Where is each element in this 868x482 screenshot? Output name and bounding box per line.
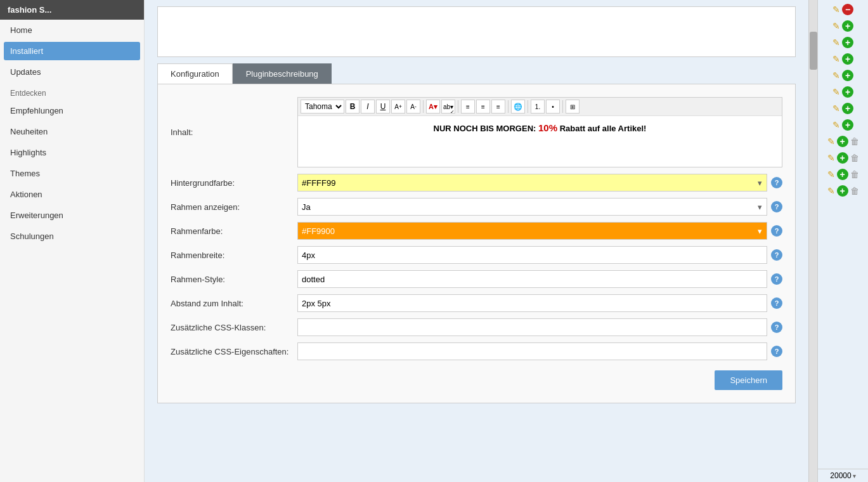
align-left-button[interactable]: ≡ [461,100,475,114]
hintergrundfarbe-info-icon[interactable]: ? [771,177,782,188]
bold-button[interactable]: B [346,100,360,114]
unordered-list-button[interactable]: • [546,100,560,114]
sidebar-item-empfehlungen[interactable]: Empfehlungen [0,100,144,121]
rahmen-anzeigen-info-icon[interactable]: ? [771,201,782,212]
inhalt-label: Inhalt: [171,127,297,137]
pencil-icon-4[interactable]: ✎ [832,54,840,64]
css-klassen-info-icon[interactable]: ? [771,322,782,333]
trash-icon-10[interactable]: 🗑 [850,153,859,163]
pencil-icon-8[interactable]: ✎ [832,120,840,130]
right-row-8: ✎ + [818,117,868,133]
editor-text-content: NUR NOCH BIS MORGEN: 10% Rabatt auf alle… [434,124,647,133]
plus-circle-icon-4[interactable]: + [842,53,853,65]
right-row-2: ✎ + [818,18,868,34]
plus-circle-icon-7[interactable]: + [842,103,853,114]
trash-icon-12[interactable]: 🗑 [850,186,859,196]
tabs-bar: Konfiguration Pluginbeschreibung [157,63,796,84]
pencil-icon-5[interactable]: ✎ [832,70,840,81]
css-eigenschaften-input[interactable] [297,342,767,360]
rahmen-style-row: Rahmen-Style: ? [171,270,782,288]
right-panel: ✎ − ✎ + ✎ + ✎ + ✎ + ✎ + ✎ + [817,0,868,482]
speichern-button[interactable]: Speichern [715,370,782,390]
rich-text-editor[interactable]: Tahoma B I U A+ A- A▾ ab▾ ≡ ≡ [297,97,782,167]
abstand-info-icon[interactable]: ? [771,297,782,309]
hintergrundfarbe-select-wrapper: #FFFF99 ▾ [297,174,767,192]
hintergrundfarbe-select[interactable]: #FFFF99 [297,174,767,192]
minus-circle-icon-1[interactable]: − [842,4,853,15]
table-button[interactable]: ⊞ [566,100,580,114]
rahmen-style-info-icon[interactable]: ? [771,273,782,285]
plus-circle-icon-10[interactable]: + [837,152,848,164]
rahmen-anzeigen-select[interactable]: Ja Nein [297,198,767,216]
rahmenfarbe-info-icon[interactable]: ? [771,225,782,237]
font-size-down-button[interactable]: A- [406,100,420,114]
pencil-icon-9[interactable]: ✎ [827,136,835,147]
right-row-5: ✎ + [818,67,868,84]
css-klassen-input[interactable] [297,318,767,336]
rahmenbreite-input[interactable] [297,246,767,264]
sidebar-item-themes[interactable]: Themes [0,163,144,184]
right-row-7: ✎ + [818,100,868,117]
separator-2 [458,100,458,113]
pencil-icon-3[interactable]: ✎ [832,37,840,48]
abstand-input[interactable] [297,294,767,312]
sidebar-item-updates[interactable]: Updates [0,62,144,82]
plus-circle-icon-5[interactable]: + [842,70,853,81]
tab-pluginbeschreibung[interactable]: Pluginbeschreibung [233,63,332,84]
css-eigenschaften-info-icon[interactable]: ? [771,346,782,357]
editor-text-bold: NUR NOCH BIS MORGEN: [434,124,536,133]
pencil-icon-7[interactable]: ✎ [832,103,840,114]
plus-circle-icon-8[interactable]: + [842,119,853,131]
scroll-thumb[interactable] [810,32,817,70]
pencil-icon-11[interactable]: ✎ [827,169,835,179]
scroll-indicator[interactable] [808,0,817,482]
separator-1 [423,100,424,113]
rahmenfarbe-select[interactable]: #FF9900 [297,222,767,240]
pencil-icon-12[interactable]: ✎ [827,186,835,196]
bottom-number-value: 20000 [830,471,851,480]
highlight-button[interactable]: ab▾ [441,100,455,114]
rahmenbreite-info-icon[interactable]: ? [771,249,782,261]
pencil-icon-10[interactable]: ✎ [827,153,835,163]
ordered-list-button[interactable]: 1. [531,100,545,114]
rahmen-style-label: Rahmen-Style: [171,275,297,284]
align-right-button[interactable]: ≡ [491,100,505,114]
pencil-icon-1[interactable]: ✎ [832,4,840,15]
underline-button[interactable]: U [376,100,390,114]
separator-5 [562,100,563,113]
plus-circle-icon-11[interactable]: + [837,169,848,180]
editor-text-percent: 10% [538,122,557,133]
sidebar-item-home[interactable]: Home [0,20,144,41]
sidebar-item-erweiterungen[interactable]: Erweiterungen [0,205,144,226]
editor-content-area[interactable]: NUR NOCH BIS MORGEN: 10% Rabatt auf alle… [298,116,782,167]
css-klassen-label: Zusätzliche CSS-Klassen: [171,323,297,332]
sidebar-item-aktionen[interactable]: Aktionen [0,184,144,205]
rahmen-anzeigen-label: Rahmen anzeigen: [171,202,297,212]
sidebar-item-highlights[interactable]: Highlights [0,142,144,163]
align-center-button[interactable]: ≡ [476,100,490,114]
font-color-button[interactable]: A▾ [426,100,440,114]
sidebar-item-installiert[interactable]: Installiert [4,42,140,60]
plus-circle-icon-3[interactable]: + [842,37,853,48]
font-select[interactable]: Tahoma [301,100,344,114]
right-row-1: ✎ − [818,1,868,18]
italic-button[interactable]: I [361,100,375,114]
sidebar-item-neuheiten[interactable]: Neuheiten [0,121,144,142]
trash-icon-9[interactable]: 🗑 [850,136,859,147]
plus-circle-icon-2[interactable]: + [842,20,853,32]
content-wrapper: Konfiguration Pluginbeschreibung Inhalt:… [145,0,868,482]
font-size-up-button[interactable]: A+ [391,100,405,114]
rahmen-style-input[interactable] [297,270,767,288]
plus-circle-icon-9[interactable]: + [837,136,848,147]
pencil-icon-2[interactable]: ✎ [832,21,840,31]
plus-circle-icon-6[interactable]: + [842,86,853,98]
trash-icon-11[interactable]: 🗑 [850,169,859,179]
right-row-3: ✎ + [818,34,868,51]
plus-circle-icon-12[interactable]: + [837,185,848,197]
sidebar-item-schulungen[interactable]: Schulungen [0,226,144,247]
pencil-icon-6[interactable]: ✎ [832,87,840,97]
tab-konfiguration[interactable]: Konfiguration [157,63,233,84]
rahmen-anzeigen-row: Rahmen anzeigen: Ja Nein ▾ ? [171,198,782,216]
link-button[interactable]: 🌐 [511,100,525,114]
separator-3 [508,100,508,113]
